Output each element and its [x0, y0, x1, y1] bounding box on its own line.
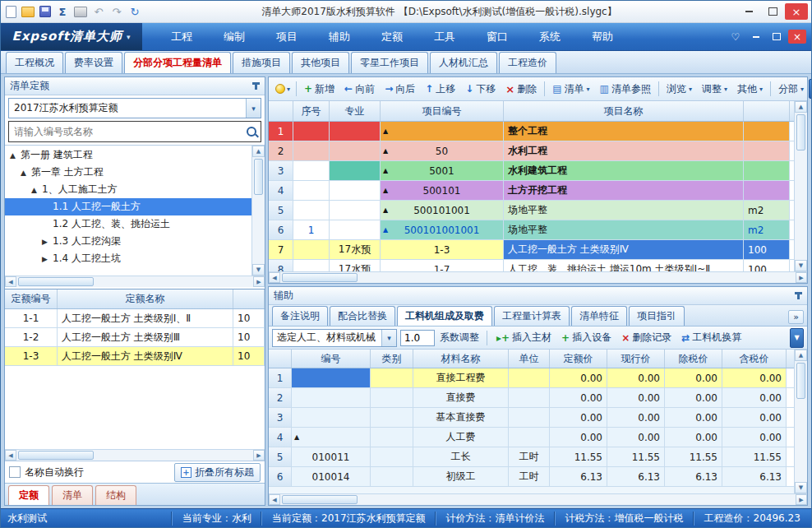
combo-arrow-icon[interactable]: ▾	[246, 99, 261, 118]
toolbar-button-0[interactable]: +新增	[299, 80, 339, 99]
grid-cell[interactable]: 010011	[292, 447, 371, 466]
grid-cell[interactable]	[293, 141, 330, 160]
grid-cell[interactable]	[293, 240, 330, 259]
menu-close-button[interactable]: ×	[788, 30, 806, 44]
grid-cell[interactable]: 0.00	[607, 408, 665, 427]
grid-cell[interactable]	[371, 428, 413, 447]
grid-cell[interactable]: 10	[233, 309, 265, 327]
close-button[interactable]: ×	[785, 3, 808, 20]
menu-item-5[interactable]: 工具	[418, 23, 471, 50]
grid-row[interactable]: 1-2人工挖一般土方 土类级别Ⅲ10	[5, 328, 265, 347]
scroll-down-icon[interactable]: ▼	[795, 260, 807, 271]
column-header[interactable]: 材料名称	[413, 350, 509, 368]
tree-item[interactable]: ▶1.4 人工挖土坑	[5, 250, 251, 267]
toolbar-button-10[interactable]: 其他▾	[732, 80, 768, 99]
grid-cell[interactable]	[371, 388, 413, 407]
grid-cell[interactable]	[509, 368, 550, 387]
grid-cell[interactable]: 1-3	[381, 240, 504, 259]
quota-table-horizontal-scrollbar[interactable]: ◀ ▶	[5, 449, 265, 461]
toolbar-button-3[interactable]: ↑上移	[420, 80, 460, 99]
grid-cell[interactable]: 人工费	[413, 428, 509, 447]
grid-cell[interactable]: 水利工程	[504, 141, 744, 160]
row-number-cell[interactable]: 4	[269, 181, 293, 200]
tree-item[interactable]: ▶1.3 人工挖沟渠	[5, 233, 251, 250]
grid-cell[interactable]	[371, 408, 413, 427]
grid-cell[interactable]: 6.13	[550, 467, 607, 486]
scrollbar-thumb[interactable]	[18, 451, 94, 460]
grid-row[interactable]: 3基本直接费0.000.000.000.00	[269, 408, 794, 428]
open-folder-icon[interactable]	[21, 7, 35, 17]
row-number-cell[interactable]: 6	[269, 467, 292, 486]
grid-cell[interactable]: 6.13	[607, 467, 665, 486]
grid-cell[interactable]: 0.00	[665, 388, 722, 407]
grid-cell[interactable]: ▲500101001001	[381, 220, 504, 239]
grid-cell[interactable]	[330, 201, 381, 220]
boq-vertical-scrollbar[interactable]: ▲ ▼	[794, 101, 807, 271]
grid-cell[interactable]: 6.13	[722, 467, 787, 486]
grid-cell[interactable]: 人工挖、装、挑抬运土 增运10m 土类级别Ⅰ~Ⅱ	[504, 260, 744, 271]
grid-row[interactable]: 5010011工长工时11.5511.5511.5511.55	[269, 447, 794, 467]
insert-equipment-button[interactable]: + 插入设备	[558, 329, 615, 346]
scrollbar-thumb[interactable]	[18, 277, 94, 286]
print-icon[interactable]	[74, 7, 87, 17]
grid-row[interactable]: 61▲500101001001场地平整m2	[269, 220, 794, 240]
grid-cell[interactable]	[293, 181, 330, 200]
pin-icon[interactable]	[252, 81, 260, 90]
grid-cell[interactable]	[509, 428, 550, 447]
column-header[interactable]: 除税价	[665, 350, 722, 368]
grid-cell[interactable]	[744, 161, 790, 180]
scroll-left-icon[interactable]: ◀	[269, 494, 280, 505]
scroll-up-icon[interactable]: ▲	[795, 101, 807, 113]
scroll-down-icon[interactable]: ▼	[252, 264, 265, 276]
scroll-up-icon[interactable]: ▲	[795, 350, 807, 361]
row-number-cell[interactable]: 5	[269, 201, 293, 220]
search-icon[interactable]	[244, 124, 259, 139]
material-filter-select[interactable]: 选定人工、材料或机械 ▾	[272, 329, 397, 347]
grid-cell[interactable]	[330, 141, 381, 160]
column-header[interactable]: 单位	[509, 350, 550, 368]
row-number-cell[interactable]: 1	[269, 122, 293, 141]
column-header[interactable]: 现行价	[607, 350, 665, 368]
column-header[interactable]: 专业	[330, 101, 381, 121]
toolbar-button-11[interactable]: 分部▾	[773, 80, 809, 99]
grid-cell[interactable]: 基本直接费	[413, 408, 509, 427]
grid-cell[interactable]	[292, 408, 371, 427]
row-number-cell[interactable]: 2	[269, 388, 292, 407]
grid-cell[interactable]: 6.13	[665, 467, 722, 486]
toolbar-button-6[interactable]: ▤清单▾	[547, 80, 594, 99]
grid-cell[interactable]: 17水预	[330, 240, 381, 259]
aux-tab-0[interactable]: 备注说明	[272, 306, 328, 326]
tree-item[interactable]: ▲第一册 建筑工程	[5, 146, 251, 164]
menu-item-3[interactable]: 辅助	[313, 23, 366, 50]
new-document-icon[interactable]	[6, 6, 16, 18]
main-tab-5[interactable]: 零星工作项目	[351, 52, 428, 73]
grid-cell[interactable]	[371, 467, 413, 486]
row-number-cell[interactable]: 7	[269, 240, 293, 259]
grid-cell[interactable]: 0.00	[722, 428, 787, 447]
grid-cell[interactable]: 场地平整	[504, 220, 744, 239]
app-logo[interactable]: Expsoft清单大师 ▾	[1, 23, 142, 50]
refresh-icon[interactable]: ↻	[128, 5, 141, 18]
undo-icon[interactable]: ↶	[92, 5, 105, 18]
grid-cell[interactable]: m2	[744, 220, 790, 239]
grid-row[interactable]: 5▲500101001场地平整m2	[269, 201, 794, 220]
grid-cell[interactable]	[371, 368, 413, 387]
grid-row[interactable]: 1直接工程费0.000.000.000.00	[269, 368, 794, 388]
toolbar-button-1[interactable]: ←向前	[339, 80, 380, 99]
grid-cell[interactable]: 0.00	[722, 408, 787, 427]
coefficient-input[interactable]	[400, 330, 435, 346]
grid-row[interactable]: 2▲50水利工程	[269, 141, 794, 161]
scroll-down-icon[interactable]: ▼	[795, 482, 807, 493]
grid-row[interactable]: 1-1人工挖一般土方 土类级别Ⅰ、Ⅱ10	[5, 309, 265, 328]
grid-cell[interactable]: ▲	[381, 122, 504, 141]
menu-restore-button[interactable]	[768, 30, 786, 44]
grid-cell[interactable]: 0.00	[722, 368, 787, 387]
grid-cell[interactable]: 10	[233, 328, 265, 346]
main-tab-1[interactable]: 费率设置	[65, 52, 122, 73]
menu-item-6[interactable]: 窗口	[471, 23, 524, 50]
grid-cell[interactable]: 人工挖一般土方 土类级别Ⅰ、Ⅱ	[58, 309, 233, 327]
grid-cell[interactable]: 工长	[413, 447, 509, 466]
grid-cell[interactable]	[293, 201, 330, 220]
grid-cell[interactable]: 工时	[509, 467, 550, 486]
grid-cell[interactable]	[293, 260, 330, 271]
